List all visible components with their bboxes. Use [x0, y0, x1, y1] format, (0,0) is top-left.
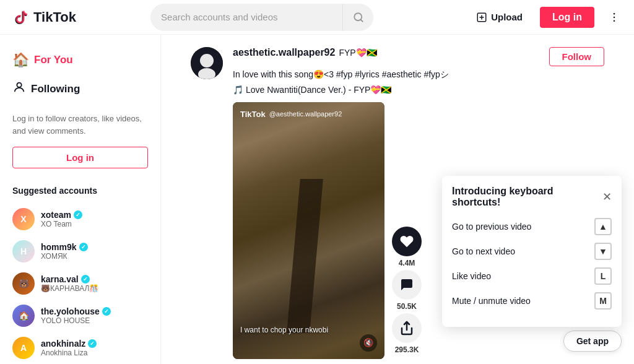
avatar-icon: [191, 47, 223, 79]
avatar-karna: 🐻: [12, 272, 35, 295]
heart-icon: [399, 234, 414, 249]
shortcut-mute-video: Mute / unmute video M: [452, 292, 612, 310]
comment-icon-circle: [392, 270, 422, 300]
svg-point-6: [614, 12, 615, 14]
svg-line-2: [360, 19, 362, 21]
video-caption-overlay: I want to chop your nkwobi: [240, 326, 377, 334]
search-button[interactable]: [342, 4, 373, 31]
upload-button[interactable]: Upload: [469, 7, 530, 28]
suggested-account-karna[interactable]: 🐻 karna.val ✓ 🐻КАРНАВАЛ🎊: [5, 267, 155, 300]
account-name-yolohouse: YOLO HOUSE: [41, 316, 111, 325]
sidebar-for-you-label: For You: [34, 54, 73, 66]
more-icon: [608, 11, 620, 24]
video-overlay-top: TikTok @aesthetic.wallpaper92: [240, 110, 342, 119]
more-options-button[interactable]: [604, 7, 624, 27]
shortcut-mute-label: Mute / unmute video: [452, 296, 531, 306]
account-name-xoteam: XO Team: [41, 220, 82, 228]
login-prompt: Log in to follow creators, like videos, …: [5, 105, 155, 147]
search-icon: [353, 12, 364, 23]
account-info-yolohouse: the.yolohouse ✓ YOLO HOUSE: [41, 306, 111, 325]
account-info-homm9k: homm9k ✓ ХОМЯК: [41, 242, 88, 261]
share-count: 295.3K: [395, 345, 419, 354]
app-header: TikTok Upload Log in: [0, 0, 634, 35]
post-author-avatar[interactable]: [191, 47, 223, 79]
shortcut-like-video: Like video L: [452, 267, 612, 285]
svg-point-11: [200, 54, 214, 67]
account-handle-yolohouse: the.yolohouse ✓: [41, 306, 111, 316]
sidebar-login-button[interactable]: Log in: [12, 147, 148, 168]
post-author-info: aesthetic.wallpaper92 FYP💝🇯🇲: [233, 47, 377, 58]
upload-icon: [476, 12, 487, 23]
shortcut-mute-key: M: [594, 292, 612, 310]
tiktok-logo-icon: [10, 7, 30, 27]
verified-badge: ✓: [74, 210, 82, 219]
account-handle-homm9k: homm9k ✓: [41, 242, 88, 252]
like-icon-circle: [392, 227, 422, 256]
post-fyp-tag: FYP💝🇯🇲: [339, 48, 376, 58]
mute-button[interactable]: 🔇: [360, 334, 377, 352]
shortcut-like-key: L: [594, 267, 612, 285]
comment-button[interactable]: 50.5K: [392, 270, 422, 311]
share-icon: [399, 321, 414, 336]
popup-close-button[interactable]: ✕: [602, 190, 612, 204]
account-info-xoteam: xoteam ✓ XO Team: [41, 210, 82, 228]
account-info-karna: karna.val ✓ 🐻КАРНАВАЛ🎊: [41, 274, 98, 293]
sidebar-following-label: Following: [31, 83, 80, 95]
verified-badge: ✓: [79, 243, 88, 251]
post-caption: In love with this song😍<3 #fyp #lyrics #…: [233, 69, 604, 81]
svg-point-8: [614, 20, 615, 22]
share-button[interactable]: 295.3K: [392, 313, 422, 354]
verified-badge: ✓: [102, 307, 111, 316]
post-music[interactable]: 🎵 Love Nwantiti(Dance Ver.) - FYP💝🇯🇲: [233, 85, 604, 95]
shortcut-next-label: Go to next video: [452, 246, 515, 256]
account-info-anokhinalz: anokhinalz ✓ Anokhina Liza: [41, 339, 97, 357]
avatar-xoteam: X: [12, 208, 35, 230]
like-count: 4.4M: [399, 259, 415, 267]
comment-count: 50.5K: [397, 302, 417, 311]
account-handle-anokhinalz: anokhinalz ✓: [41, 339, 97, 349]
suggested-account-homm9k[interactable]: H homm9k ✓ ХОМЯК: [5, 235, 155, 267]
sidebar: 🏠 For You Following Log in to follow cre…: [0, 35, 161, 364]
sidebar-item-for-you[interactable]: 🏠 For You: [5, 47, 155, 73]
comment-icon: [399, 277, 414, 292]
header-actions: Upload Log in: [469, 7, 624, 28]
search-input[interactable]: [150, 4, 373, 31]
logo-area: TikTok: [10, 7, 103, 27]
shortcut-prev-video: Go to previous video ▲: [452, 218, 612, 235]
video-player[interactable]: TikTok @aesthetic.wallpaper92 I want to …: [233, 102, 384, 359]
sidebar-item-following[interactable]: Following: [5, 76, 155, 103]
account-name-karna: 🐻КАРНАВАЛ🎊: [41, 284, 98, 293]
suggested-account-xoteam[interactable]: X xoteam ✓ XO Team: [5, 203, 155, 235]
popup-title: Introducing keyboard shortcuts!: [452, 186, 602, 208]
suggested-account-anokhinalz[interactable]: A anokhinalz ✓ Anokhina Liza: [5, 332, 155, 364]
popup-header: Introducing keyboard shortcuts! ✕: [452, 186, 612, 208]
shortcut-prev-label: Go to previous video: [452, 222, 531, 232]
avatar-yolohouse: 🏠: [12, 305, 35, 327]
suggested-account-yolohouse[interactable]: 🏠 the.yolohouse ✓ YOLO HOUSE: [5, 300, 155, 332]
verified-badge: ✓: [81, 275, 90, 284]
like-button[interactable]: 4.4M: [392, 227, 422, 267]
login-button[interactable]: Log in: [540, 7, 594, 28]
verified-badge: ✓: [88, 339, 97, 348]
svg-point-7: [614, 16, 615, 18]
share-icon-circle: [392, 313, 422, 343]
shortcut-prev-key: ▲: [594, 218, 612, 235]
account-name-homm9k: ХОМЯК: [41, 252, 88, 261]
suggested-accounts-title: Suggested accounts: [5, 181, 155, 203]
logo-text: TikTok: [33, 9, 76, 25]
search-bar: [150, 4, 373, 31]
following-icon: [12, 80, 26, 98]
post-username[interactable]: aesthetic.wallpaper92: [233, 47, 335, 58]
get-app-button[interactable]: Get app: [563, 331, 622, 352]
svg-point-9: [17, 83, 21, 87]
account-handle-xoteam: xoteam ✓: [41, 210, 82, 220]
avatar-homm9k: H: [12, 240, 35, 262]
account-name-anokhinalz: Anokhina Liza: [41, 349, 97, 357]
video-background: [233, 102, 384, 359]
shortcut-next-key: ▼: [594, 243, 612, 260]
post-header: aesthetic.wallpaper92 FYP💝🇯🇲 Follow: [233, 47, 604, 66]
video-tiktok-logo: TikTok: [240, 110, 266, 119]
account-handle-karna: karna.val ✓: [41, 274, 98, 284]
action-buttons: 4.4M 50.5K 295.3K: [392, 227, 422, 359]
follow-button[interactable]: Follow: [549, 47, 605, 66]
